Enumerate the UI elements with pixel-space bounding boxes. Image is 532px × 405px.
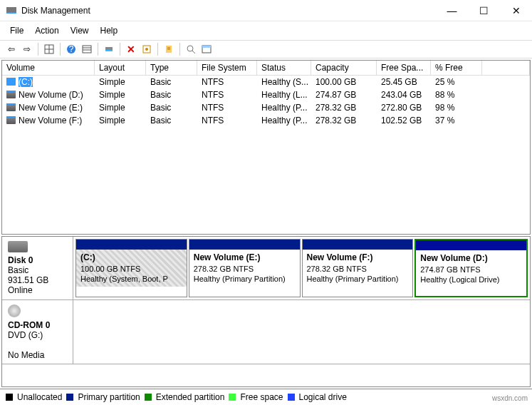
maximize-button[interactable]: ☐ [468,0,500,21]
menu-bar: File Action View Help [0,21,532,40]
legend: Unallocated Primary partition Extended p… [0,389,532,405]
toolbar: ⇦ ⇨ ? ✕ [0,40,532,58]
col-fs[interactable]: File System [197,61,257,76]
volume-row[interactable]: New Volume (F:)SimpleBasicNTFSHealthy (P… [2,114,530,127]
volume-icon [6,91,16,98]
volume-icon [6,78,16,86]
legend-swatch-unallocated [6,394,13,401]
svg-rect-1 [6,12,16,14]
svg-rect-11 [105,50,113,51]
action-icon[interactable] [162,42,176,56]
back-icon[interactable]: ⇦ [4,42,19,56]
legend-swatch-extended [145,394,152,401]
menu-file[interactable]: File [4,23,29,39]
svg-line-16 [192,51,195,53]
volume-row[interactable]: New Volume (E:)SimpleBasicNTFSHealthy (P… [2,101,530,114]
app-icon [6,5,17,16]
menu-help[interactable]: Help [95,23,124,39]
volume-list-header: Volume Layout Type File System Status Ca… [2,61,530,76]
list-icon[interactable] [80,42,94,56]
svg-rect-18 [202,46,211,48]
cdrom-icon [8,304,21,317]
partition[interactable]: New Volume (E:)278.32 GB NTFSHealthy (Pr… [189,239,301,297]
partition[interactable]: (C:)100.00 GB NTFSHealthy (System, Boot,… [75,239,187,297]
col-capacity[interactable]: Capacity [311,61,377,76]
volume-row[interactable]: (C:)SimpleBasicNTFSHealthy (S...100.00 G… [2,76,530,88]
svg-rect-7 [83,46,91,53]
menu-view[interactable]: View [65,23,95,39]
titlebar: Disk Management — ☐ ✕ [0,0,532,21]
disk-icon [8,241,28,252]
disk-0-row[interactable]: Disk 0 Basic 931.51 GB Online (C:)100.00… [2,237,530,300]
cdrom-row[interactable]: CD-ROM 0 DVD (G:) No Media [2,300,530,364]
volume-icon [6,104,16,111]
window-title: Disk Management [21,6,436,16]
panel-icon[interactable] [199,42,214,56]
minimize-button[interactable]: — [436,0,468,21]
partition[interactable]: New Volume (D:)274.87 GB NTFSHealthy (Lo… [414,239,528,297]
forward-icon[interactable]: ⇨ [20,42,34,56]
legend-swatch-logical [288,394,295,401]
legend-swatch-free [229,394,236,401]
volume-row[interactable]: New Volume (D:)SimpleBasicNTFSHealthy (L… [2,88,530,101]
volume-list: Volume Layout Type File System Status Ca… [1,60,531,235]
col-status[interactable]: Status [257,61,311,76]
grid-icon[interactable] [42,42,56,56]
col-pct[interactable]: % Free [431,61,482,76]
refresh-icon[interactable] [102,42,116,56]
search-icon[interactable] [184,42,198,56]
col-free[interactable]: Free Spa... [377,61,431,76]
svg-point-13 [145,48,148,51]
cdrom-label: CD-ROM 0 DVD (G:) No Media [2,300,73,364]
help-icon[interactable]: ? [64,42,78,56]
disk-0-label: Disk 0 Basic 931.51 GB Online [2,237,73,299]
svg-text:?: ? [69,44,74,54]
svg-point-15 [187,46,193,51]
col-volume[interactable]: Volume [2,61,95,76]
delete-icon[interactable]: ✕ [124,42,138,56]
partition[interactable]: New Volume (F:)278.32 GB NTFSHealthy (Pr… [302,239,414,297]
menu-action[interactable]: Action [29,23,64,39]
close-button[interactable]: ✕ [500,0,532,21]
volume-icon [6,117,16,124]
col-type[interactable]: Type [146,61,197,76]
col-spacer [482,61,530,76]
watermark: wsxdn.com [492,394,528,402]
legend-swatch-primary [66,394,73,401]
settings-icon[interactable] [140,42,154,56]
graphical-view: Disk 0 Basic 931.51 GB Online (C:)100.00… [1,236,531,387]
col-layout[interactable]: Layout [95,61,146,76]
